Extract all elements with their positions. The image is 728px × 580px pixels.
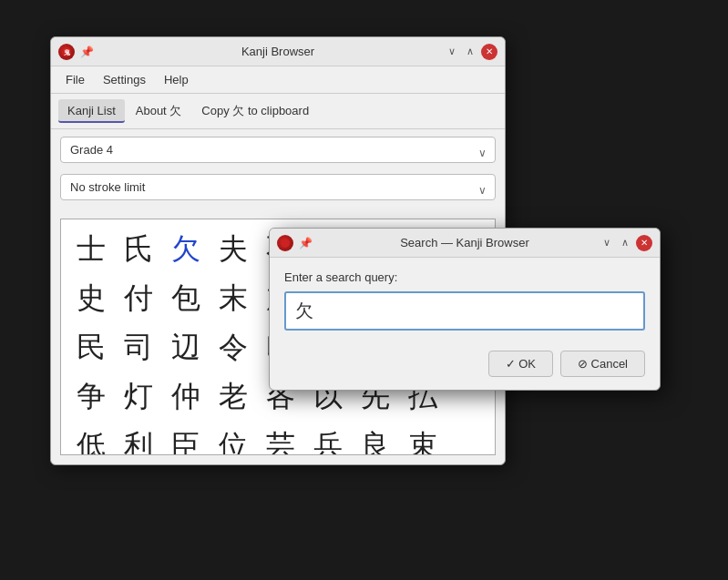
dropdown-container: Grade 1 Grade 2 Grade 3 Grade 4 Grade 5 … (51, 129, 505, 215)
menu-help[interactable]: Help (157, 70, 196, 89)
main-window-title: Kanji Browser (241, 45, 314, 58)
kanji-char[interactable]: 低 (68, 423, 114, 455)
kanji-char[interactable]: 夫 (210, 227, 256, 272)
kanji-char[interactable]: 利 (116, 423, 161, 455)
grade-dropdown[interactable]: Grade 1 Grade 2 Grade 3 Grade 4 Grade 5 … (60, 137, 496, 163)
dialog-app-icon (277, 235, 293, 251)
kanji-char[interactable]: 老 (210, 374, 256, 420)
dialog-close-button[interactable] (636, 235, 652, 251)
kanji-char[interactable]: 士 (68, 227, 114, 272)
ok-button[interactable]: ✓ OK (488, 351, 553, 377)
cancel-button[interactable]: ⊘ Cancel (560, 351, 645, 377)
kanji-char[interactable]: 臣 (163, 423, 209, 455)
kanji-char[interactable]: 付 (116, 276, 161, 321)
menu-settings[interactable]: Settings (96, 70, 153, 89)
kanji-row: 低 利 臣 位 芸 兵 良 束 (68, 423, 487, 455)
dialog-minimize-button[interactable]: ∨ (600, 236, 614, 250)
kanji-char[interactable]: 末 (210, 276, 256, 321)
kanji-char[interactable]: 辺 (163, 325, 209, 371)
svg-point-2 (281, 239, 290, 248)
dialog-body: Enter a search query: (270, 258, 660, 343)
kanji-char[interactable]: 令 (210, 325, 256, 371)
dialog-titlebar-left: 📌 (277, 235, 312, 251)
dialog-maximize-button[interactable]: ∧ (618, 236, 632, 250)
copy-clipboard-button[interactable]: Copy 欠 to clipboard (192, 99, 318, 123)
svg-text:鬼: 鬼 (63, 48, 71, 56)
grade-dropdown-wrapper: Grade 1 Grade 2 Grade 3 Grade 4 Grade 5 … (60, 137, 496, 168)
menu-bar: File Settings Help (51, 66, 505, 94)
menu-file[interactable]: File (58, 70, 92, 89)
titlebar-controls: ∨ ∧ (445, 44, 497, 60)
kanji-char[interactable]: 氏 (116, 227, 161, 272)
about-button[interactable]: About 欠 (127, 99, 191, 123)
stroke-dropdown[interactable]: No stroke limit 1 stroke 2 strokes 3 str… (60, 174, 496, 200)
minimize-button[interactable]: ∨ (445, 45, 459, 59)
kanji-char-selected[interactable]: 欠 (163, 227, 209, 272)
kanji-char[interactable]: 芸 (258, 423, 303, 455)
search-dialog: 📌 Search — Kanji Browser ∨ ∧ Enter a sea… (269, 228, 661, 391)
kanji-char[interactable]: 包 (163, 276, 209, 321)
app-icon: 鬼 (58, 44, 75, 60)
toolbar: Kanji List About 欠 Copy 欠 to clipboard (51, 94, 505, 129)
kanji-list-button[interactable]: Kanji List (58, 99, 125, 123)
search-label: Enter a search query: (284, 270, 645, 284)
kanji-char[interactable]: 史 (68, 276, 114, 321)
kanji-char[interactable]: 灯 (116, 374, 161, 420)
close-button[interactable] (481, 44, 497, 60)
titlebar-left: 鬼 📌 (58, 44, 93, 60)
kanji-char[interactable]: 束 (400, 423, 446, 455)
dialog-titlebar: 📌 Search — Kanji Browser ∨ ∧ (270, 229, 660, 258)
pin-icon[interactable]: 📌 (80, 46, 93, 58)
dialog-buttons: ✓ OK ⊘ Cancel (270, 343, 660, 390)
stroke-dropdown-wrapper: No stroke limit 1 stroke 2 strokes 3 str… (60, 174, 496, 206)
dialog-title: Search — Kanji Browser (400, 236, 529, 249)
dialog-titlebar-controls: ∨ ∧ (600, 235, 652, 251)
kanji-char[interactable]: 位 (210, 423, 256, 455)
dialog-pin-icon[interactable]: 📌 (299, 237, 312, 249)
kanji-char[interactable]: 司 (116, 325, 161, 371)
maximize-button[interactable]: ∧ (463, 45, 477, 59)
kanji-char[interactable]: 仲 (163, 374, 209, 420)
kanji-char[interactable]: 民 (68, 325, 114, 371)
search-input[interactable] (284, 291, 645, 331)
kanji-char[interactable]: 争 (68, 374, 114, 420)
kanji-char[interactable]: 良 (353, 423, 398, 455)
kanji-char[interactable]: 兵 (305, 423, 351, 455)
main-titlebar: 鬼 📌 Kanji Browser ∨ ∧ (51, 37, 505, 66)
